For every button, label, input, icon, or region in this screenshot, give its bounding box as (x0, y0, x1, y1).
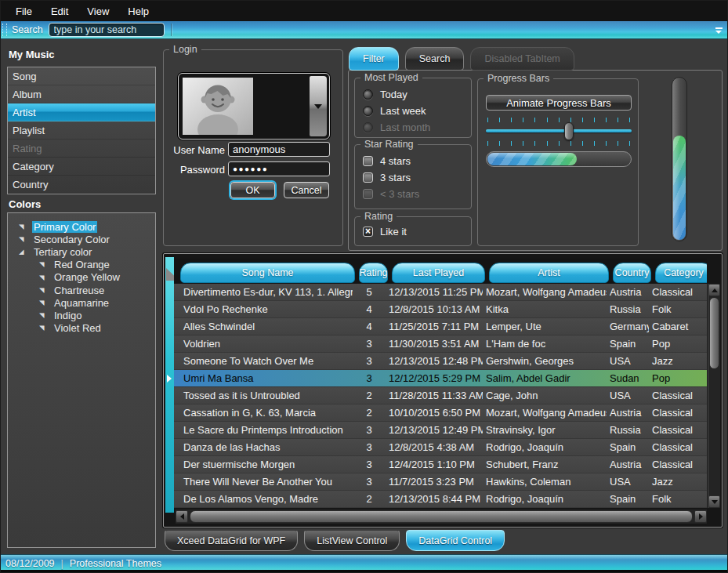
cell-country: Austria (607, 459, 649, 470)
vertical-scroll-thumb[interactable] (709, 297, 719, 369)
app-window: FileEditViewHelp Search My Music SongAlb… (0, 0, 728, 573)
tree-collapsed-icon[interactable]: ◥ (39, 261, 47, 268)
animate-progress-button[interactable]: Animate Progress Bars (486, 95, 632, 111)
tree-node-violet-red[interactable]: ◥Violet Red (8, 322, 155, 335)
tree-collapsed-icon[interactable]: ◥ (39, 312, 47, 319)
column-header-rating[interactable]: Rating (359, 263, 388, 283)
checkbox-4-stars[interactable]: 4 stars (363, 153, 466, 169)
tree-node-secondary-color[interactable]: ◥Secondary Color (8, 233, 155, 245)
column-header-song-name[interactable]: Song Name (180, 263, 355, 283)
rating-title: Rating (360, 211, 397, 222)
tab-filter[interactable]: Filter (349, 47, 399, 71)
table-row[interactable]: De Los Alamos Vengo, Madre212/13/2015 8:… (174, 491, 707, 508)
checkbox-like-it[interactable]: ×Like it (363, 223, 466, 240)
volume-slider[interactable] (486, 124, 632, 140)
vertical-scrollbar[interactable] (708, 284, 720, 508)
username-field[interactable] (228, 142, 330, 157)
music-item-song[interactable]: Song (8, 67, 155, 85)
tree-collapsed-icon[interactable]: ◥ (39, 274, 47, 281)
table-row[interactable]: Vdol Po Rechenke412/8/2015 10:13 AMKitka… (174, 301, 707, 318)
music-item-country[interactable]: Country (8, 176, 155, 194)
cell-country: Spain (607, 441, 649, 453)
tree-node-orange-yellow[interactable]: ◥Orange Yellow (8, 271, 155, 284)
tree-node-indigo[interactable]: ◥Indigo (8, 309, 155, 321)
scroll-up-button[interactable] (708, 284, 720, 296)
cell-last-played: 12/4/2015 1:10 PM (386, 459, 483, 470)
menu-help[interactable]: Help (119, 3, 158, 20)
password-field[interactable] (228, 161, 330, 176)
toolbar-overflow-icon[interactable] (715, 27, 723, 34)
slider-track[interactable] (486, 129, 632, 132)
cell-rating: 3 (353, 424, 386, 436)
column-header-last-played[interactable]: Last Played (392, 263, 485, 283)
tree-collapsed-icon[interactable]: ◥ (39, 287, 47, 294)
table-row[interactable]: Cassation in G, K. 63, Marcia210/10/2015… (174, 404, 707, 422)
table-row[interactable]: Umri Ma Bansa312/12/2015 5:29 PMSalim, A… (174, 370, 707, 387)
table-row[interactable]: Divertimento Es-dur, KV 113, 1. Allegro5… (174, 284, 707, 301)
cell-last-played: 12/12/2015 5:29 PM (386, 372, 483, 384)
vertical-progress-bar (672, 77, 687, 241)
cell-artist: Rodrigo, Joaquín (483, 441, 607, 453)
avatar-combobox[interactable] (178, 73, 330, 140)
bottom-tab-listview-control[interactable]: ListView Control (304, 530, 400, 551)
bottom-tab-datagrid-control[interactable]: DataGrid Control (406, 530, 505, 551)
menubar: FileEditViewHelp (1, 1, 727, 21)
tree-expanded-icon[interactable]: ◢ (19, 248, 27, 256)
horizontal-scrollbar[interactable] (176, 510, 707, 524)
cancel-button[interactable]: Cancel (284, 182, 329, 198)
bottom-tab-xceed-datagrid-for-wpf[interactable]: Xceed DataGrid for WPF (165, 530, 298, 551)
tree-collapsed-icon[interactable]: ◥ (19, 236, 27, 243)
option-label: Last month (380, 121, 430, 133)
cell-country: USA (607, 355, 649, 367)
tree-node-label: Tertiary color (32, 246, 93, 258)
tree-node-chartreuse[interactable]: ◥Chartreuse (8, 284, 155, 296)
tree-node-aquamarine[interactable]: ◥Aquamarine (8, 296, 155, 309)
scroll-right-button[interactable] (694, 510, 707, 523)
music-item-playlist[interactable]: Playlist (8, 121, 155, 140)
ok-button[interactable]: OK (230, 182, 275, 198)
tree-collapsed-icon[interactable]: ◥ (39, 299, 47, 306)
cell-artist: Gershwin, Georges (483, 355, 607, 367)
tree-node-red-orange[interactable]: ◥Red Orange (8, 259, 155, 271)
cell-category: Classical (649, 407, 707, 419)
tree-collapsed-icon[interactable]: ◥ (39, 325, 47, 332)
table-row[interactable]: Voldrien311/30/2015 3:51 AML'Ham de focS… (174, 335, 707, 353)
tree-node-primary-color[interactable]: ◥Primary Color (8, 220, 155, 233)
column-header-country[interactable]: Country (613, 263, 651, 283)
music-item-artist[interactable]: Artist (8, 103, 155, 121)
table-row[interactable]: Alles Schwindel411/25/2015 7:11 PMLemper… (174, 318, 707, 335)
music-item-album[interactable]: Album (8, 85, 155, 103)
music-item-category[interactable]: Category (8, 158, 155, 176)
radio-last-week[interactable]: Last week (363, 103, 466, 119)
toolbar-grip-handle[interactable] (2, 24, 7, 36)
cell-country: Austria (607, 407, 649, 419)
radio-today[interactable]: Today (363, 86, 466, 103)
menu-edit[interactable]: Edit (42, 3, 77, 20)
horizontal-scroll-thumb[interactable] (190, 510, 693, 523)
search-input[interactable] (49, 23, 165, 37)
menu-file[interactable]: File (7, 3, 41, 20)
checkbox-3-stars[interactable]: 3 stars (363, 169, 466, 186)
chevron-down-icon (314, 104, 322, 109)
table-row[interactable]: There Will Never Be Another You311/7/201… (174, 473, 707, 491)
cell-category: Classical (649, 424, 707, 436)
cell-last-played: 12/8/2015 4:38 AM (386, 441, 483, 453)
cell-category: Jazz (649, 476, 707, 488)
tab-search[interactable]: Search (405, 47, 465, 71)
tree-collapsed-icon[interactable]: ◥ (19, 223, 27, 230)
column-header-category[interactable]: Category (655, 263, 707, 283)
arrow-down-icon (712, 500, 718, 504)
column-header-artist[interactable]: Artist (489, 263, 609, 283)
table-row[interactable]: Der stuermische Morgen312/4/2015 1:10 PM… (174, 456, 707, 473)
table-row[interactable]: Tossed as it is Untroubled211/28/2015 11… (174, 387, 707, 404)
scroll-down-button[interactable] (708, 495, 720, 508)
table-row[interactable]: Someone To Watch Over Me312/13/2015 12:4… (174, 353, 707, 370)
avatar-dropdown-button[interactable] (310, 76, 327, 136)
table-row[interactable]: Le Sacre du Printemps Introduction312/13… (174, 422, 707, 439)
table-row[interactable]: Danza de las Hachas312/8/2015 4:38 AMRod… (174, 439, 707, 456)
window-bottom-edge (1, 570, 727, 572)
tree-node-tertiary-color[interactable]: ◢Tertiary color (8, 245, 155, 258)
slider-thumb[interactable] (564, 122, 574, 140)
menu-view[interactable]: View (78, 3, 118, 20)
scroll-left-button[interactable] (176, 510, 188, 523)
